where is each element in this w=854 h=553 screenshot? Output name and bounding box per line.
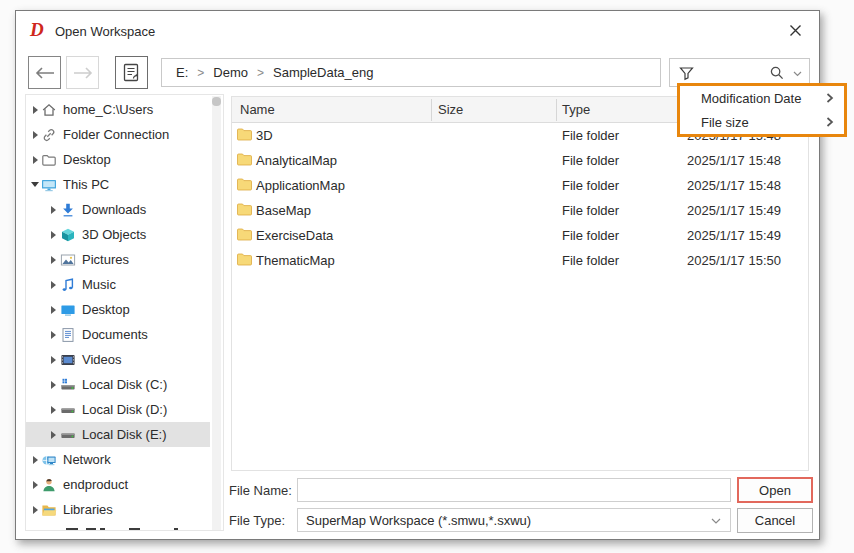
column-header-name[interactable]: Name xyxy=(240,102,275,117)
file-type: File folder xyxy=(562,228,619,243)
breadcrumb-segment[interactable]: SampleData_eng xyxy=(273,65,373,80)
sidebar-item-documents[interactable]: Documents xyxy=(26,322,210,347)
sidebar-item-desktop[interactable]: Desktop xyxy=(26,147,210,172)
chevron-expanded-icon[interactable] xyxy=(31,182,39,187)
sidebar-item-endproduct[interactable]: endproduct xyxy=(26,472,210,497)
forward-button[interactable] xyxy=(66,56,99,89)
folder-icon xyxy=(41,152,57,168)
sidebar-item-desktop-pc[interactable]: Desktop xyxy=(26,297,210,322)
file-row[interactable]: ThematicMap File folder 2025/1/17 15:50 xyxy=(232,248,808,273)
recent-list-button[interactable] xyxy=(115,56,148,89)
menu-item-modification-date[interactable]: Modification Date xyxy=(680,86,844,110)
libraries-icon xyxy=(41,502,57,518)
back-button[interactable] xyxy=(28,56,61,89)
file-row[interactable]: BaseMap File folder 2025/1/17 15:49 xyxy=(232,198,808,223)
file-type-value: SuperMap Workspace (*.smwu,*.sxwu) xyxy=(306,513,531,528)
open-workspace-dialog: D Open Workspace E: > Demo > SampleData_… xyxy=(15,10,820,540)
chevron-right-icon[interactable] xyxy=(51,306,56,314)
search-icon[interactable] xyxy=(769,65,785,81)
chevron-right-icon[interactable] xyxy=(33,506,38,514)
menu-item-file-size[interactable]: File size xyxy=(680,110,844,134)
file-type-label: File Type: xyxy=(229,513,285,528)
chevron-right-icon[interactable] xyxy=(33,156,38,164)
chevron-right-icon[interactable] xyxy=(51,206,56,214)
breadcrumb-separator: > xyxy=(257,66,264,80)
breadcrumb-segment[interactable]: E: xyxy=(176,65,188,80)
sidebar-item-folder-connection[interactable]: Folder Connection xyxy=(26,122,210,147)
chevron-down-icon[interactable] xyxy=(793,71,802,77)
chevron-right-icon[interactable] xyxy=(33,106,38,114)
sidebar-item-local-disk-c[interactable]: Local Disk (C:) xyxy=(26,372,210,397)
chevron-right-icon[interactable] xyxy=(51,331,56,339)
chevron-right-icon[interactable] xyxy=(51,231,56,239)
tree-scrollbar-track[interactable] xyxy=(212,96,221,530)
chevron-right-icon[interactable] xyxy=(51,406,56,414)
download-icon xyxy=(60,202,76,218)
file-name: ApplicationMap xyxy=(256,178,345,193)
sidebar-item-home[interactable]: home_C:\Users xyxy=(26,97,210,122)
cloud-icon xyxy=(41,527,57,531)
file-name: ThematicMap xyxy=(256,253,335,268)
breadcrumb[interactable]: E: > Demo > SampleData_eng xyxy=(161,58,661,87)
filter-icon[interactable] xyxy=(678,65,695,82)
chevron-right-icon[interactable] xyxy=(33,481,38,489)
column-header-type[interactable]: Type xyxy=(562,102,590,117)
file-row[interactable]: ExerciseData File folder 2025/1/17 15:49 xyxy=(232,223,808,248)
menu-item-label: Modification Date xyxy=(701,91,801,106)
close-button[interactable] xyxy=(781,17,809,43)
sidebar-item-clipped[interactable] xyxy=(26,522,210,531)
chevron-right-icon[interactable] xyxy=(51,431,56,439)
folder-icon xyxy=(237,203,252,216)
chevron-right-icon[interactable] xyxy=(51,356,56,364)
sort-options-menu: Modification Date File size xyxy=(677,83,847,137)
file-row[interactable]: AnalyticalMap File folder 2025/1/17 15:4… xyxy=(232,148,808,173)
chevron-right-icon[interactable] xyxy=(51,381,56,389)
breadcrumb-segment[interactable]: Demo xyxy=(213,65,248,80)
file-name: AnalyticalMap xyxy=(256,153,337,168)
sidebar-item-local-disk-d[interactable]: Local Disk (D:) xyxy=(26,397,210,422)
sidebar-item-pictures[interactable]: Pictures xyxy=(26,247,210,272)
folder-icon xyxy=(237,178,252,191)
column-divider[interactable] xyxy=(556,99,557,121)
sidebar-item-network[interactable]: Network xyxy=(26,447,210,472)
sidebar-item-videos[interactable]: Videos xyxy=(26,347,210,372)
close-icon xyxy=(789,24,802,37)
column-header-size[interactable]: Size xyxy=(438,102,463,117)
file-type: File folder xyxy=(562,178,619,193)
sidebar-item-music[interactable]: Music xyxy=(26,272,210,297)
chevron-right-icon[interactable] xyxy=(33,131,38,139)
tree-scrollbar-thumb[interactable] xyxy=(212,97,221,106)
file-name-input[interactable] xyxy=(297,478,731,502)
sidebar-item-label: 3D Objects xyxy=(82,227,146,242)
file-modified: 2025/1/17 15:49 xyxy=(687,228,781,243)
chevron-right-icon[interactable] xyxy=(51,281,56,289)
sidebar-item-libraries[interactable]: Libraries xyxy=(26,497,210,522)
chevron-right-icon[interactable] xyxy=(33,456,38,464)
disk-icon xyxy=(60,402,76,418)
sidebar-item-3d-objects[interactable]: 3D Objects xyxy=(26,222,210,247)
sidebar-item-label: Desktop xyxy=(82,302,130,317)
menu-item-label: File size xyxy=(701,115,749,130)
sidebar-item-this-pc[interactable]: This PC xyxy=(26,172,210,197)
sidebar-item-local-disk-e[interactable]: Local Disk (E:) xyxy=(26,422,210,447)
sidebar-item-label: Local Disk (C:) xyxy=(82,377,167,392)
sidebar-item-label: This PC xyxy=(63,177,109,192)
clipped-text xyxy=(129,528,140,531)
monitor-icon xyxy=(41,177,57,193)
file-modified: 2025/1/17 15:49 xyxy=(687,203,781,218)
sidebar-item-downloads[interactable]: Downloads xyxy=(26,197,210,222)
title-bar: D Open Workspace xyxy=(16,11,819,49)
recent-list-icon xyxy=(121,62,142,83)
file-modified: 2025/1/17 15:50 xyxy=(687,253,781,268)
file-row[interactable]: ApplicationMap File folder 2025/1/17 15:… xyxy=(232,173,808,198)
column-divider[interactable] xyxy=(431,99,432,121)
submenu-arrow-icon xyxy=(826,117,834,127)
desktop-icon xyxy=(60,302,76,318)
chevron-right-icon[interactable] xyxy=(51,256,56,264)
sidebar-item-label: Downloads xyxy=(82,202,146,217)
sidebar-item-label: Desktop xyxy=(63,152,111,167)
open-button[interactable]: Open xyxy=(737,477,813,503)
file-type-select[interactable]: SuperMap Workspace (*.smwu,*.sxwu) xyxy=(297,508,731,532)
cancel-button[interactable]: Cancel xyxy=(737,508,813,533)
file-type: File folder xyxy=(562,253,619,268)
